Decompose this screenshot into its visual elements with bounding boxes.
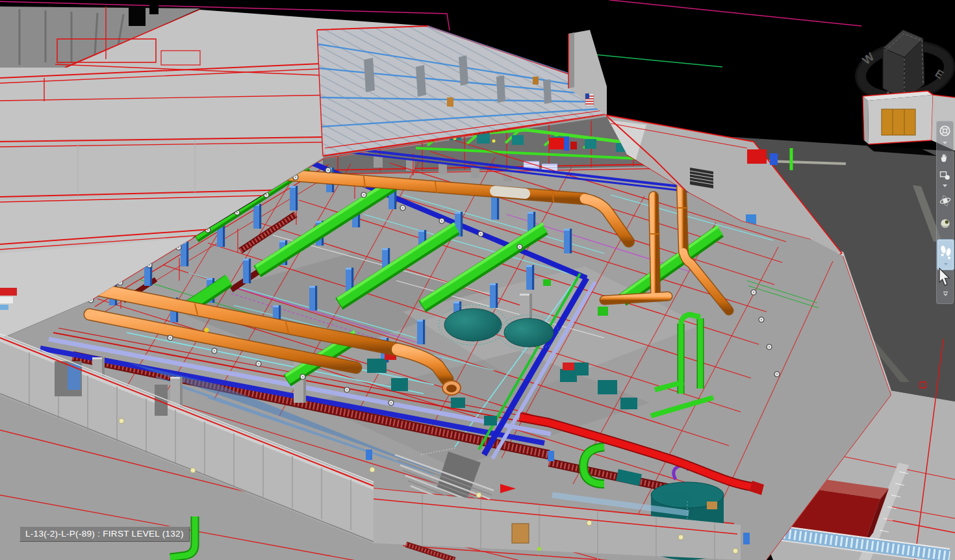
look-around-button[interactable] xyxy=(937,215,953,231)
zoom-window-button[interactable] xyxy=(937,167,953,183)
door[interactable] xyxy=(512,524,529,543)
customize-button[interactable] xyxy=(942,291,949,295)
navisworks-viewport-window: { "app": {"title": "3D BIM coordination … xyxy=(0,0,955,560)
navigation-bar[interactable] xyxy=(936,121,954,304)
flag-decal xyxy=(585,94,594,106)
wheel-menu-chevron-icon[interactable] xyxy=(941,142,949,146)
pan-button[interactable] xyxy=(937,149,953,166)
zoom-menu-chevron-icon[interactable] xyxy=(941,185,949,188)
orbit-button[interactable] xyxy=(937,192,953,209)
red-cap-box[interactable] xyxy=(563,363,574,370)
overhead-door[interactable] xyxy=(882,109,915,135)
viewport-3d[interactable]: W E S xyxy=(0,0,955,560)
walk-button[interactable] xyxy=(937,239,954,270)
steering-wheel-button[interactable] xyxy=(937,123,953,139)
selection-status-label: L-13(-2)-L-P(-89) : FIRST LEVEL (132) xyxy=(19,526,190,542)
